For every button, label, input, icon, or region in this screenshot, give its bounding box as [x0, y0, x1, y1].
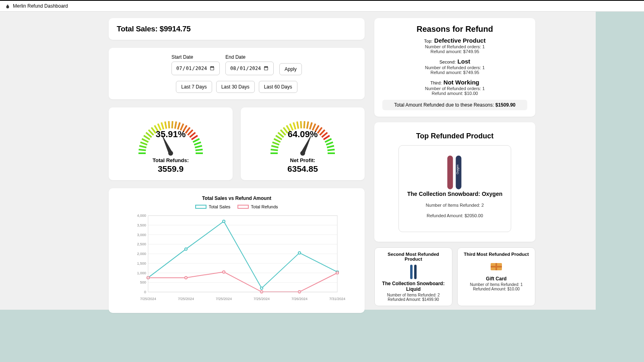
second-product-items: Number of Items Refunded: 2 — [379, 293, 448, 297]
svg-line-3 — [139, 146, 147, 148]
legend-item[interactable]: Total Sales — [195, 204, 230, 209]
top-product-title: Top Refunded Product — [384, 132, 526, 140]
third-product-items: Number of Items Refunded: 1 — [462, 282, 531, 287]
top-product-amount: Refunded Amount: $2050.00 — [407, 213, 503, 218]
svg-line-41 — [293, 122, 295, 129]
third-product-amount: Refunded Amount: $10.00 — [462, 287, 531, 291]
svg-text:7/25/2024: 7/25/2024 — [178, 297, 194, 301]
svg-text:2,000: 2,000 — [137, 252, 146, 256]
svg-line-16 — [175, 121, 176, 129]
app-title: Merlin Refund Dashboard — [13, 3, 68, 9]
svg-line-4 — [140, 142, 147, 145]
svg-line-25 — [194, 142, 201, 145]
svg-text:7/31/2024: 7/31/2024 — [329, 297, 345, 301]
third-product-card: Third Most Refunded Product Gift Card Nu… — [457, 247, 535, 306]
svg-text:7/25/2024: 7/25/2024 — [254, 297, 270, 301]
reason3-orders: Number of Refunded orders: 1 — [382, 86, 527, 91]
reason1-orders: Number of Refunded orders: 1 — [382, 44, 527, 49]
svg-point-91 — [223, 271, 225, 273]
reason2-name: Lost — [458, 58, 471, 65]
start-date-input[interactable] — [171, 62, 220, 75]
date-filter-card: Start Date End Date Apply Last 7 Days La… — [109, 48, 365, 99]
end-date-label: End Date — [225, 54, 274, 60]
svg-point-87 — [298, 252, 301, 254]
svg-line-27 — [196, 150, 203, 150]
refunds-gauge-card: 35.91% Total Refunds: 3559.9 — [109, 107, 233, 180]
end-date-input[interactable] — [225, 62, 274, 75]
svg-point-90 — [185, 276, 187, 279]
profit-gauge-value: 6354.85 — [245, 164, 361, 174]
apply-button[interactable]: Apply — [279, 63, 302, 75]
line-chart-card: Total Sales vs Refund Amount Total Sales… — [109, 188, 365, 313]
reason2-rank: Second: — [440, 60, 456, 64]
third-product-title: Third Most Refunded Product — [462, 252, 531, 257]
last-7-days-button[interactable]: Last 7 Days — [176, 81, 212, 93]
second-product-amount: Refunded Amount: $1499.90 — [379, 297, 448, 302]
svg-line-2 — [139, 150, 146, 150]
svg-point-58 — [300, 151, 305, 156]
svg-point-85 — [223, 220, 225, 222]
start-date-label: Start Date — [171, 54, 220, 60]
svg-line-17 — [178, 122, 180, 129]
svg-text:7/25/2024: 7/25/2024 — [216, 297, 232, 301]
top-product-name: The Collection Snowboard: Oxygen — [407, 191, 503, 197]
app-logo-icon — [5, 3, 10, 9]
reasons-total: Total Amount Refunded due to these Reaso… — [382, 100, 527, 110]
gift-card-icon — [488, 259, 504, 274]
svg-line-15 — [172, 121, 173, 128]
profit-gauge-label: Net Profit: — [245, 157, 361, 163]
refunds-gauge-label: Total Refunds: — [113, 157, 229, 163]
second-product-card: Second Most Refunded Product The Collect… — [374, 247, 452, 306]
last-30-days-button[interactable]: Last 30 Days — [216, 81, 255, 93]
svg-line-14 — [169, 121, 169, 128]
svg-text:1,500: 1,500 — [137, 261, 146, 265]
last-60-days-button[interactable]: Last 60 Days — [259, 81, 297, 93]
svg-rect-100 — [414, 265, 417, 279]
svg-line-33 — [272, 142, 279, 145]
refunds-gauge-pct: 35.91% — [113, 129, 229, 140]
reason3-rank: Third: — [430, 80, 442, 85]
svg-line-42 — [297, 121, 298, 129]
second-product-name: The Collection Snowboard: Liquid — [379, 281, 448, 292]
svg-point-86 — [260, 287, 263, 290]
reason1-amount: Refund amount: $749.95 — [382, 49, 527, 54]
svg-line-26 — [195, 146, 202, 148]
third-product-name: Gift Card — [462, 276, 531, 282]
svg-text:500: 500 — [140, 280, 146, 284]
profit-gauge-card: 64.09% Net Profit: 6354.85 — [241, 107, 365, 180]
svg-text:3,000: 3,000 — [137, 233, 146, 237]
svg-point-29 — [168, 151, 173, 156]
snowboard-icon: Oxygen — [441, 154, 469, 186]
refunds-gauge-value: 3559.9 — [113, 164, 229, 174]
chart-title: Total Sales vs Refund Amount — [116, 195, 357, 201]
app-topbar: Merlin Refund Dashboard — [0, 0, 644, 12]
svg-text:3,500: 3,500 — [137, 223, 146, 227]
svg-rect-96 — [447, 156, 453, 189]
svg-line-55 — [327, 146, 334, 148]
chart-legend: Total SalesTotal Refunds — [116, 204, 357, 209]
svg-line-13 — [165, 121, 166, 129]
svg-text:0: 0 — [144, 290, 146, 294]
svg-line-56 — [328, 150, 335, 150]
reason2-orders: Number of Refunded orders: 1 — [382, 65, 527, 70]
svg-line-45 — [307, 121, 308, 129]
profit-gauge-pct: 64.09% — [245, 129, 361, 140]
total-sales-card: Total Sales: $9914.75 — [109, 18, 365, 40]
svg-line-32 — [271, 146, 279, 148]
second-product-title: Second Most Refunded Product — [379, 252, 448, 261]
reasons-card: Reasons for Refund Top: Defective Produc… — [374, 18, 535, 117]
svg-rect-103 — [495, 263, 497, 270]
top-product-section: Top Refunded Product Oxygen The Collecti… — [374, 122, 535, 242]
svg-text:1,000: 1,000 — [137, 271, 146, 275]
svg-text:4,000: 4,000 — [137, 214, 146, 218]
legend-item[interactable]: Total Refunds — [237, 204, 278, 209]
svg-text:2,500: 2,500 — [137, 242, 146, 246]
top-product-items: Number of Items Refunded: 2 — [407, 203, 503, 208]
svg-point-0 — [6, 6, 9, 8]
svg-rect-99 — [410, 265, 413, 279]
svg-text:7/25/2024: 7/25/2024 — [140, 297, 156, 301]
svg-line-43 — [301, 121, 301, 128]
reason3-name: Not Working — [444, 79, 479, 86]
line-chart: 05001,0001,5002,0002,5003,0003,5004,0007… — [116, 212, 357, 304]
svg-line-31 — [271, 150, 278, 150]
